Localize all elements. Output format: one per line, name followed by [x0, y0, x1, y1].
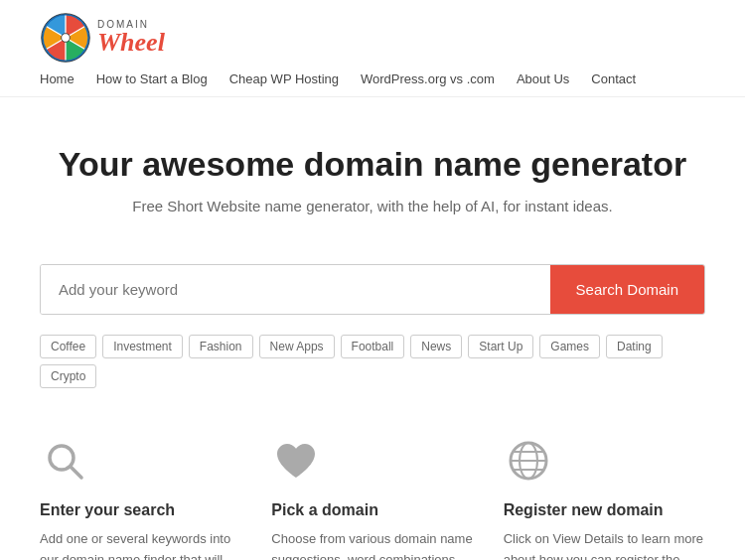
nav-about[interactable]: About Us — [517, 71, 569, 86]
tag-item[interactable]: New Apps — [259, 335, 335, 358]
tag-item[interactable]: Start Up — [468, 335, 533, 358]
feature-search-desc: Add one or several keywords into our dom… — [40, 529, 241, 560]
tag-item[interactable]: Fashion — [189, 335, 253, 358]
feature-register: Register new domain Click on View Detail… — [504, 436, 705, 560]
navigation: Home How to Start a Blog Cheap WP Hostin… — [0, 71, 745, 97]
keyword-tags: CoffeeInvestmentFashionNew AppsFootballN… — [0, 325, 745, 388]
header: DOMAIN Wheel — [0, 0, 745, 75]
search-input[interactable] — [41, 265, 550, 314]
hero-title: Your awesome domain name generator — [40, 145, 705, 184]
svg-line-9 — [71, 467, 81, 478]
search-bar: Search Domain — [40, 264, 705, 315]
feature-pick-desc: Choose from various domain name suggesti… — [271, 529, 473, 560]
features-section: Enter your search Add one or several key… — [0, 388, 745, 560]
nav-hosting[interactable]: Cheap WP Hosting — [229, 71, 339, 86]
hero-section: Your awesome domain name generator Free … — [0, 97, 745, 244]
tag-item[interactable]: Football — [341, 335, 405, 358]
logo-wheel-label: Wheel — [97, 30, 165, 56]
heart-feature-icon — [271, 436, 321, 486]
feature-pick: Pick a domain Choose from various domain… — [271, 436, 473, 560]
nav-home[interactable]: Home — [40, 71, 74, 86]
logo: DOMAIN Wheel — [40, 12, 165, 64]
logo-text: DOMAIN Wheel — [97, 20, 165, 56]
search-feature-icon — [40, 436, 89, 486]
search-section: Search Domain — [0, 244, 745, 325]
feature-search-title: Enter your search — [40, 501, 241, 519]
feature-register-desc: Click on View Details to learn more abou… — [504, 529, 705, 560]
svg-point-7 — [62, 34, 71, 43]
tag-item[interactable]: Investment — [102, 335, 183, 358]
feature-register-title: Register new domain — [504, 501, 705, 519]
logo-wheel-icon — [40, 12, 91, 64]
globe-feature-icon — [504, 436, 553, 486]
nav-contact[interactable]: Contact — [591, 71, 636, 86]
hero-subtitle: Free Short Website name generator, with … — [40, 198, 705, 214]
nav-wordpress[interactable]: WordPress.org vs .com — [361, 71, 495, 86]
feature-pick-title: Pick a domain — [271, 501, 473, 519]
feature-search: Enter your search Add one or several key… — [40, 436, 241, 560]
tag-item[interactable]: Dating — [606, 335, 663, 358]
nav-blog[interactable]: How to Start a Blog — [96, 71, 208, 86]
tag-item[interactable]: Games — [539, 335, 600, 358]
tag-item[interactable]: Crypto — [40, 364, 96, 388]
tag-item[interactable]: Coffee — [40, 335, 96, 358]
tag-item[interactable]: News — [410, 335, 462, 358]
search-button[interactable]: Search Domain — [550, 265, 704, 314]
